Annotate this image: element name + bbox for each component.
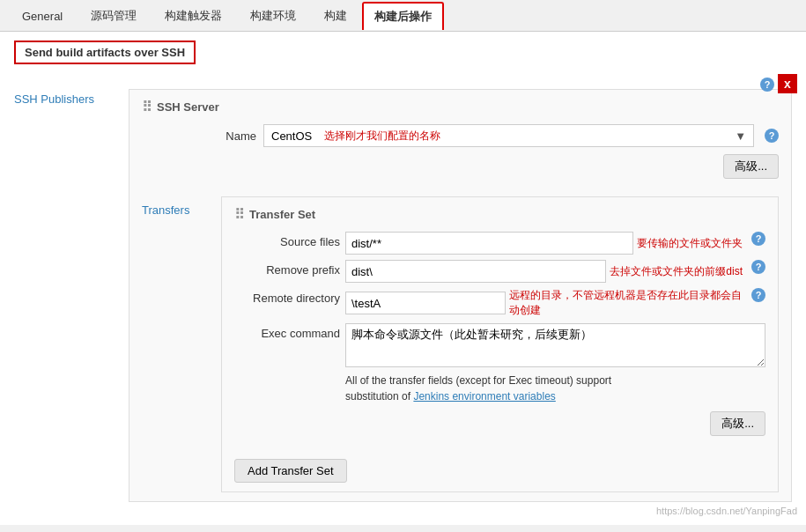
tab-post-build[interactable]: 构建后操作 — [362, 2, 444, 30]
exec-command-row: Exec command 脚本命令或源文件（此处暂未研究，后续更新） — [234, 323, 765, 367]
tab-build[interactable]: 构建 — [311, 0, 360, 31]
top-navigation: General 源码管理 构建触发器 构建环境 构建 构建后操作 — [0, 0, 806, 32]
transfer-set-title: Transfer Set — [249, 208, 315, 221]
source-files-row: Source files 要传输的文件或文件夹 ? — [234, 232, 765, 255]
info-text-line2: substitution of — [345, 390, 413, 403]
ssh-server-header: ⠿ SSH Server — [142, 99, 779, 115]
ssh-server-title: SSH Server — [157, 100, 219, 114]
source-files-help-icon[interactable]: ? — [751, 232, 765, 246]
remove-prefix-input-wrapper: 去掉文件或文件夹的前缀dist — [345, 260, 743, 283]
remote-directory-label: Remote directory — [234, 288, 340, 305]
ssh-advanced-button[interactable]: 高级... — [723, 154, 779, 179]
remove-prefix-input[interactable] — [345, 260, 606, 283]
ssh-server-section: ⠿ SSH Server Name CentOS 选择刚才我们配置的名称 ▼ ?… — [129, 89, 792, 502]
transfer-set-header: ⠿ Transfer Set — [234, 206, 765, 223]
remove-prefix-annotation: 去掉文件或文件夹的前缀dist — [610, 264, 743, 279]
tab-build-environment[interactable]: 构建环境 — [237, 0, 309, 31]
source-files-label: Source files — [234, 232, 340, 248]
info-text: All of the transfer fields (except for E… — [345, 373, 765, 404]
transfer-dots: ⠿ — [234, 206, 244, 223]
name-help-icon[interactable]: ? — [765, 129, 779, 143]
name-value: CentOS — [271, 129, 312, 143]
remote-directory-annotation: 远程的目录，不管远程机器是否存在此目录都会自动创建 — [509, 288, 743, 318]
close-button[interactable]: x — [778, 74, 797, 93]
ssh-publishers-label: SSH Publishers — [14, 89, 129, 502]
remove-prefix-row: Remove prefix 去掉文件或文件夹的前缀dist ? — [234, 260, 765, 283]
section-dots: ⠿ — [142, 99, 152, 115]
exec-command-input-wrapper: 脚本命令或源文件（此处暂未研究，后续更新） — [345, 323, 765, 367]
add-transfer-set-button[interactable]: Add Transfer Set — [234, 459, 347, 483]
source-files-input-wrapper: 要传输的文件或文件夹 — [345, 232, 743, 255]
name-dropdown[interactable]: CentOS 选择刚才我们配置的名称 ▼ — [263, 124, 754, 147]
name-row: Name CentOS 选择刚才我们配置的名称 ▼ ? — [142, 124, 779, 147]
info-text-line1: All of the transfer fields (except for E… — [345, 374, 611, 387]
tab-source-management[interactable]: 源码管理 — [78, 0, 150, 31]
main-content: Send build artifacts over SSH x ? SSH Pu… — [0, 32, 806, 525]
help-icon-top[interactable]: ? — [760, 78, 774, 92]
remove-prefix-label: Remove prefix — [234, 260, 340, 277]
exec-command-textarea[interactable]: 脚本命令或源文件（此处暂未研究，后续更新） — [345, 323, 765, 367]
dropdown-arrow-icon: ▼ — [735, 129, 746, 143]
tab-general[interactable]: General — [9, 2, 76, 30]
source-files-input[interactable] — [345, 232, 633, 255]
plugin-section: Send build artifacts over SSH — [14, 41, 196, 64]
transfers-section: Transfers ⠿ Transfer Set Source files 要传… — [142, 196, 779, 492]
remove-prefix-help-icon[interactable]: ? — [751, 260, 765, 274]
remote-directory-help-icon[interactable]: ? — [751, 288, 765, 302]
name-annotation: 选择刚才我们配置的名称 — [324, 129, 440, 144]
remote-directory-input[interactable] — [345, 292, 506, 314]
transfers-advanced-button[interactable]: 高级... — [710, 411, 765, 436]
source-files-annotation: 要传输的文件或文件夹 — [637, 236, 743, 251]
transfers-label: Transfers — [142, 196, 221, 492]
watermark: https://blog.csdn.net/YanpingFad — [656, 506, 797, 516]
remote-directory-row: Remote directory 远程的目录，不管远程机器是否存在此目录都会自动… — [234, 288, 765, 318]
name-label: Name — [142, 129, 256, 143]
remote-directory-input-wrapper: 远程的目录，不管远程机器是否存在此目录都会自动创建 — [345, 288, 743, 318]
jenkins-env-link[interactable]: Jenkins environment variables — [413, 390, 555, 403]
transfers-panel: ⠿ Transfer Set Source files 要传输的文件或文件夹 ? — [221, 196, 779, 492]
tab-build-triggers[interactable]: 构建触发器 — [152, 0, 235, 31]
exec-command-label: Exec command — [234, 323, 340, 340]
plugin-title: Send build artifacts over SSH — [25, 46, 185, 59]
